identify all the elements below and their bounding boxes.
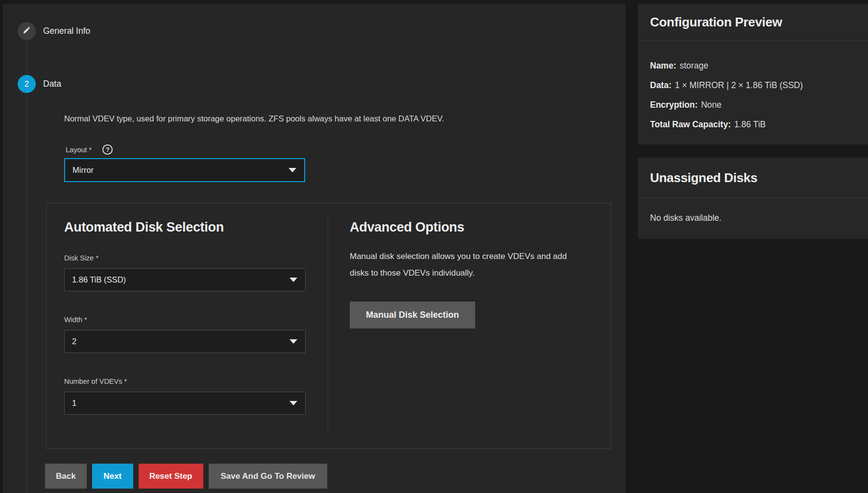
data-vdev-description: Normal VDEV type, used for primary stora… bbox=[64, 114, 444, 123]
wizard-main-panel: General Info 2 Data Normal VDEV type, us… bbox=[3, 4, 626, 493]
config-row-name: Name:storage bbox=[650, 61, 856, 71]
number-of-vdevs-select[interactable]: 1 bbox=[64, 392, 306, 415]
advanced-options-description-line1: Manual disk selection allows you to crea… bbox=[350, 248, 586, 265]
chevron-down-icon bbox=[289, 401, 297, 405]
layout-field-label: Layout * bbox=[66, 146, 92, 154]
chevron-down-icon bbox=[289, 278, 297, 282]
disk-size-label: Disk Size * bbox=[64, 254, 306, 262]
panel-divider bbox=[328, 218, 328, 433]
width-value: 2 bbox=[72, 337, 76, 346]
unassigned-disks-title: Unassigned Disks bbox=[650, 170, 757, 186]
layout-select[interactable]: Mirror bbox=[64, 158, 305, 182]
disk-size-select[interactable]: 1.86 TiB (SSD) bbox=[64, 268, 306, 291]
manual-disk-selection-button[interactable]: Manual Disk Selection bbox=[350, 302, 475, 329]
unassigned-disks-header: Unassigned Disks bbox=[638, 158, 868, 198]
step-2-indicator[interactable]: 2 bbox=[18, 75, 36, 93]
config-row-encryption: Encryption:None bbox=[650, 100, 856, 110]
config-row-total-raw-capacity: Total Raw Capacity:1.86 TiB bbox=[650, 119, 856, 130]
save-and-go-to-review-button[interactable]: Save And Go To Review bbox=[209, 464, 328, 489]
configuration-preview-header: Configuration Preview bbox=[638, 4, 868, 41]
help-icon[interactable]: ? bbox=[102, 144, 113, 155]
advanced-options-title: Advanced Options bbox=[350, 220, 586, 235]
chevron-down-icon bbox=[289, 168, 296, 172]
chevron-down-icon bbox=[289, 339, 297, 344]
pool-creation-wizard: General Info 2 Data Normal VDEV type, us… bbox=[0, 0, 868, 493]
number-of-vdevs-value: 1 bbox=[72, 399, 76, 408]
stepper-connector bbox=[26, 95, 27, 493]
back-button[interactable]: Back bbox=[45, 464, 87, 489]
number-of-vdevs-label: Number of VDEVs * bbox=[64, 377, 306, 385]
layout-select-value: Mirror bbox=[72, 165, 94, 175]
no-disks-available-text: No disks available. bbox=[650, 213, 722, 223]
advanced-options-description-line2: disks to those VDEVs individually. bbox=[350, 265, 586, 282]
disk-size-value: 1.86 TiB (SSD) bbox=[72, 275, 126, 284]
step-1-label[interactable]: General Info bbox=[43, 26, 90, 36]
step-2-label[interactable]: Data bbox=[43, 79, 61, 89]
width-select[interactable]: 2 bbox=[64, 330, 306, 353]
reset-step-button[interactable]: Reset Step bbox=[139, 464, 203, 489]
width-label: Width * bbox=[64, 316, 306, 324]
next-button[interactable]: Next bbox=[92, 464, 133, 489]
pencil-icon bbox=[23, 26, 31, 36]
stepper-connector bbox=[26, 42, 27, 73]
configuration-preview-card: Configuration Preview Name:storage Data:… bbox=[638, 4, 868, 144]
unassigned-disks-card: Unassigned Disks No disks available. bbox=[638, 158, 868, 239]
configuration-preview-title: Configuration Preview bbox=[650, 15, 782, 30]
automated-disk-selection-title: Automated Disk Selection bbox=[64, 220, 306, 235]
step-1-indicator[interactable] bbox=[18, 22, 36, 40]
step-2-number: 2 bbox=[24, 80, 29, 89]
config-row-data: Data:1 × MIRROR | 2 × 1.86 TiB (SSD) bbox=[650, 80, 856, 91]
